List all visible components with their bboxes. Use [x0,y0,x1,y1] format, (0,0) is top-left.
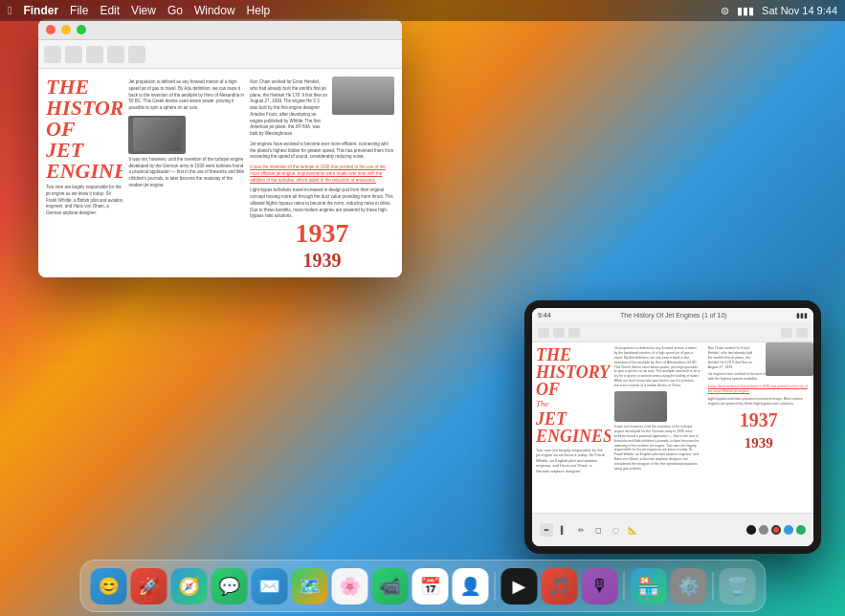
ipad-annotation-the: The [536,398,607,410]
dock-maps[interactable]: 🗺️ [291,568,327,605]
markup-color-palette [746,525,806,535]
markup-eraser-tool[interactable]: ◻ [591,523,605,537]
color-blue[interactable] [784,525,793,535]
ipad-col-2: Jet propulsion is defined as any forward… [611,342,704,513]
menu-help[interactable]: Help [247,4,271,17]
pdf-col-title: THE HISTORY OF The JET ENGINES Two men a… [46,77,122,270]
dock-tv[interactable]: ▶ [500,568,537,605]
toolbar-forward[interactable] [65,46,82,63]
ipad-doc-history: HISTORY [536,363,607,381]
ipad-screen: 9:44 The History Of Jet Engines (1 of 10… [532,308,813,546]
ipad-time: 9:44 [538,312,551,319]
pdf-image-plane [332,77,394,115]
menubar:  Finder File Edit View Go Window Help ⊜… [0,0,845,21]
pdf-title-history: HISTORY [46,98,122,119]
dock-calendar[interactable]: 📅 [411,568,448,605]
menu-go[interactable]: Go [167,4,183,17]
pdf-window[interactable]: THE HISTORY OF The JET ENGINES Two men a… [38,19,402,277]
markup-pencil-tool[interactable]: ✏ [574,523,588,537]
ipad-doc-jet: JET [536,410,607,428]
dock-separator-3 [712,572,713,601]
dock-photos[interactable]: 🌸 [331,568,367,605]
pdf-title-engines: ENGINES [46,161,122,182]
menubar-left:  Finder File Edit View Go Window Help [8,4,721,17]
markup-ruler-tool[interactable]: 📐 [626,523,639,537]
markup-toolbar: ✒ ▍ ✏ ◻ ◌ 📐 [532,513,813,546]
ipad-doc-of: OF [536,381,607,398]
dock-separator [494,572,495,601]
pdf-subtitle: Two men are largely responsible for the … [46,185,122,217]
ipad-col2-text2: It was not, however, until the invention… [614,425,700,472]
ipad-doc-engines: ENGINES [536,428,607,445]
ipad-year-1939: 1939 [708,433,810,453]
dock-systemprefs[interactable]: ⚙️ [670,568,706,605]
toolbar-zoom[interactable] [86,46,103,63]
pdf-col3-text3: It was the invention of the turbojet in … [250,165,394,184]
dock-launchpad[interactable]: 🚀 [130,568,167,605]
window-titlebar [38,19,402,40]
pdf-columns: THE HISTORY OF The JET ENGINES Two men a… [46,77,394,270]
toolbar-share[interactable] [128,46,145,63]
color-gray[interactable] [759,525,768,535]
pdf-col3-text4: Light-bypas turbofans travel increased i… [250,187,394,220]
ipad: 9:44 The History Of Jet Engines (1 of 10… [524,300,821,554]
dock-trash[interactable]: 🗑️ [719,568,755,605]
ipad-doc-byline: Two men are largely responsible for the … [536,448,607,474]
ipad-col-3: Non Chain worked for Ernst Heinkel, who … [704,342,813,513]
pdf-year-1939: 1939 [250,247,394,270]
toolbar-back[interactable] [44,46,61,63]
dock-mail[interactable]: ✉️ [251,568,287,605]
ipad-toolbar [532,323,813,342]
color-green[interactable] [796,525,806,535]
ipad-year-1937: 1937 [708,407,810,433]
ipad-statusbar: 9:44 The History Of Jet Engines (1 of 10… [532,308,813,323]
dock-messages[interactable]: 💬 [211,568,247,605]
dock-appstore[interactable]: 🏪 [630,568,666,605]
toolbar-annotate[interactable] [107,46,124,63]
battery-icon: ▮▮▮ [737,5,754,17]
color-red[interactable] [771,525,781,535]
pdf-title-jet: JET [46,140,122,161]
datetime: Sat Nov 14 9:44 [762,5,837,16]
dock-finder[interactable]: 😊 [90,568,126,605]
pdf-image-engine [128,116,186,154]
pdf-col-2: Jet propulsion is defined as any forward… [128,77,244,270]
pdf-year-1937: 1937 [250,220,394,247]
markup-tools: ✒ ▍ ✏ ◻ ◌ 📐 [540,523,639,537]
window-content: THE HISTORY OF The JET ENGINES Two men a… [38,69,402,277]
dock: 😊 🚀 🧭 💬 ✉️ 🗺️ 🌸 📹 📅 👤 ▶ 🎵 🎙 🏪 ⚙️ 🗑️ [79,560,766,612]
ipad-tool-4[interactable] [781,328,792,338]
ipad-battery: ▮▮▮ [796,312,808,319]
menu-finder[interactable]: Finder [23,4,58,17]
menu-window[interactable]: Window [194,4,235,17]
ipad-image-engine [614,391,667,422]
wifi-icon[interactable]: ⊜ [721,5,729,17]
desktop-area: THE HISTORY OF The JET ENGINES Two men a… [0,0,845,616]
dock-contacts[interactable]: 👤 [452,568,488,605]
ipad-tool-1[interactable] [538,328,549,338]
ipad-col3-highlight: It was the invention of the turbojet in … [708,385,810,394]
markup-pen-tool[interactable]: ✒ [540,523,553,537]
dock-podcasts[interactable]: 🎙 [581,568,617,605]
ipad-doc-the: THE [536,346,607,363]
ipad-image-plane [766,342,813,376]
ipad-tool-2[interactable] [553,328,565,338]
markup-lasso-tool[interactable]: ◌ [609,523,622,537]
close-button[interactable] [46,25,56,34]
dock-facetime[interactable]: 📹 [371,568,408,605]
dock-music[interactable]: 🎵 [541,568,577,605]
apple-menu[interactable]:  [8,4,11,17]
pdf-title-the: THE [46,77,122,98]
menu-edit[interactable]: Edit [100,4,120,17]
ipad-tool-3[interactable] [568,328,580,338]
menu-view[interactable]: View [131,4,156,17]
ipad-col2-text: Jet propulsion is defined as any forward… [614,346,700,388]
menubar-right: ⊜ ▮▮▮ Sat Nov 14 9:44 [721,5,837,17]
minimize-button[interactable] [61,25,71,34]
dock-safari[interactable]: 🧭 [170,568,207,605]
markup-marker-tool[interactable]: ▍ [557,523,570,537]
maximize-button[interactable] [77,25,86,34]
color-black[interactable] [746,525,756,535]
menu-file[interactable]: File [70,4,88,17]
ipad-tool-5[interactable] [796,328,808,338]
